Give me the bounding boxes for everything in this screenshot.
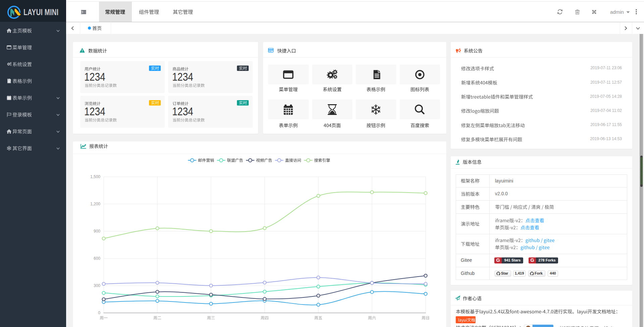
svg-text:900: 900: [94, 229, 100, 234]
svg-text:1,200: 1,200: [90, 202, 100, 206]
svg-text:0: 0: [98, 311, 100, 315]
svg-text:300: 300: [94, 283, 100, 288]
svg-text:1,500: 1,500: [90, 174, 100, 179]
svg-text:600: 600: [94, 256, 100, 261]
